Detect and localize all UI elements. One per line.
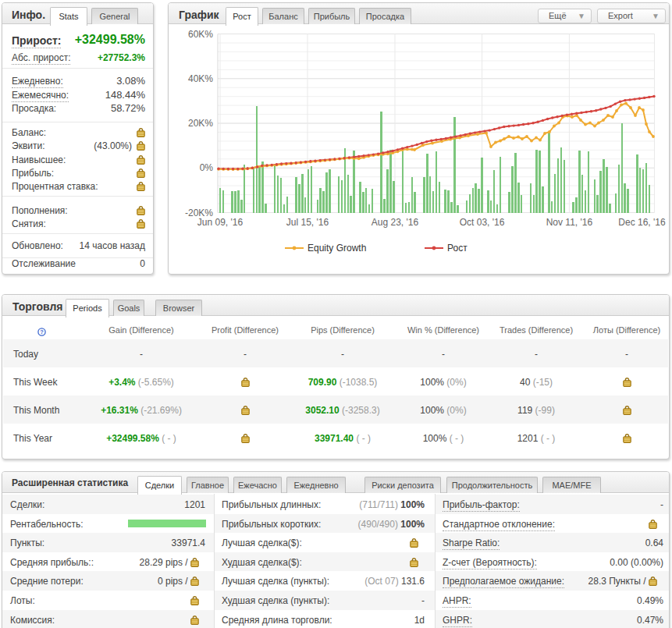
svg-text:Jun 09, '16: Jun 09, '16: [197, 217, 244, 228]
svg-text:Рост: Рост: [447, 243, 468, 254]
svg-text:0%: 0%: [200, 162, 214, 173]
svg-text:Equity Growth: Equity Growth: [308, 243, 366, 254]
svg-text:20K%: 20K%: [188, 118, 213, 129]
svg-text:60K%: 60K%: [188, 29, 213, 40]
svg-text:Oct 03, '16: Oct 03, '16: [460, 217, 505, 228]
svg-text:Nov 11, '16: Nov 11, '16: [546, 217, 593, 228]
svg-text:Aug 23, '16: Aug 23, '16: [372, 217, 419, 228]
svg-text:?: ?: [40, 328, 44, 335]
svg-text:40K%: 40K%: [188, 73, 213, 84]
svg-text:Jul 15, '16: Jul 15, '16: [286, 217, 329, 228]
svg-text:Dec 16, '16: Dec 16, '16: [618, 217, 666, 228]
